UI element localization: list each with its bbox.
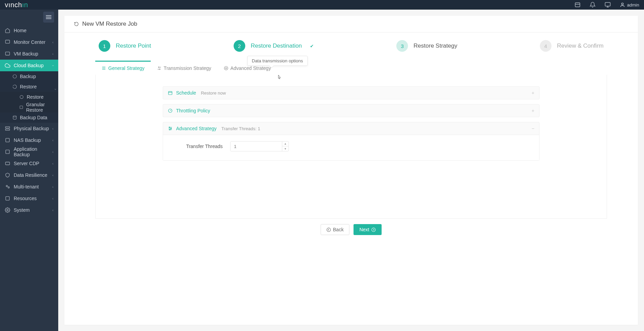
spinner-up-button[interactable]: ▲	[282, 142, 288, 146]
step-restore-destination[interactable]: 2 Restore Destination ✔	[234, 40, 314, 52]
tab-advanced-strategy[interactable]: Advanced Strategy	[218, 62, 277, 74]
chevron-left-icon: ‹	[52, 40, 53, 44]
sidebar-item-application-backup[interactable]: Application Backup ‹	[0, 146, 58, 158]
tasks-icon[interactable]	[574, 2, 581, 8]
sidebar-item-multi-tenant[interactable]: Multi-tenant ‹	[0, 181, 58, 193]
accordion-title: Schedule	[176, 90, 196, 96]
step-number: 4	[540, 40, 552, 52]
bell-icon[interactable]	[590, 2, 596, 8]
granular-icon	[19, 105, 23, 110]
sidebar-item-label: Backup Data	[20, 115, 47, 120]
sidebar-subitem-backup-data[interactable]: Backup Data	[0, 112, 58, 123]
strategy-tabs: General Strategy Transmission Strategy A…	[95, 62, 607, 75]
data-icon	[12, 115, 17, 120]
chevron-left-icon: ‹	[52, 138, 53, 142]
sidebar-item-home[interactable]: Home	[0, 25, 58, 36]
svg-rect-13	[20, 106, 23, 109]
svg-point-27	[225, 68, 227, 69]
sidebar-item-monitor-center[interactable]: Monitor Center ‹	[0, 36, 58, 48]
gear-small-icon	[224, 66, 228, 71]
sidebar-item-label: Backup	[20, 74, 36, 79]
user-menu[interactable]: admin	[620, 2, 639, 8]
accordion-title: Advanced Strategy	[176, 126, 216, 131]
brand-text-2: ın	[22, 1, 28, 9]
svg-rect-18	[6, 150, 10, 154]
sidebar-item-label: Application Backup	[14, 146, 52, 157]
sidebar-subitem-granular-restore[interactable]: Granular Restore	[0, 102, 58, 112]
svg-point-21	[8, 187, 9, 188]
sidebar-item-label: Cloud Backup	[14, 63, 44, 68]
sliders-icon	[168, 126, 173, 131]
sidebar-item-nas-backup[interactable]: NAS Backup ‹	[0, 134, 58, 146]
refresh-icon	[74, 22, 79, 26]
strategy-panel: Schedule Restore now + Throttling Policy…	[95, 75, 607, 219]
step-restore-point[interactable]: 1 Restore Point	[99, 40, 151, 52]
svg-point-11	[13, 75, 17, 78]
sidebar-item-vm-backup[interactable]: VM Backup ‹	[0, 48, 58, 60]
monitor-icon[interactable]	[605, 2, 611, 8]
tab-transmission-strategy[interactable]: Transmission Strategy	[151, 62, 218, 74]
sidebar-toggle[interactable]	[43, 12, 54, 23]
sidebar-item-label: System	[14, 207, 30, 213]
chevron-left-icon: ‹	[52, 185, 53, 189]
transfer-threads-input[interactable]	[231, 142, 282, 151]
gauge-icon	[168, 108, 173, 113]
sidebar-subitem-restore[interactable]: Restore ‹	[0, 82, 58, 92]
back-button-label: Back	[333, 227, 344, 232]
hamburger-icon	[46, 15, 51, 19]
sidebar-item-label: Restore	[27, 94, 44, 100]
chevron-left-icon: ‹	[52, 52, 53, 56]
step-label: Restore Point	[116, 42, 151, 49]
next-button[interactable]: Next	[354, 224, 382, 235]
user-name: admin	[627, 2, 639, 8]
sidebar-subitem-backup[interactable]: Backup	[0, 71, 58, 82]
accordion-header-throttling[interactable]: Throttling Policy +	[163, 105, 539, 117]
cdp-icon	[5, 161, 10, 166]
chevron-left-icon: ‹	[52, 208, 53, 212]
chevron-left-icon: ‹	[52, 197, 53, 200]
sidebar-item-resources[interactable]: Resources ‹	[0, 193, 58, 204]
sidebar-item-physical-backup[interactable]: Physical Backup ‹	[0, 123, 58, 134]
sidebar-item-data-resilience[interactable]: Data Resilience ‹	[0, 169, 58, 181]
nas-icon	[5, 137, 10, 143]
tab-general-strategy[interactable]: General Strategy	[95, 62, 151, 74]
svg-point-39	[372, 228, 375, 232]
chevron-down-icon: ‹	[53, 84, 57, 89]
monitor-center-icon	[5, 39, 10, 45]
calendar-icon	[168, 90, 173, 95]
back-button[interactable]: Back	[321, 224, 349, 235]
sidebar-item-cloud-backup[interactable]: Cloud Backup ‹	[0, 60, 58, 71]
svg-point-5	[621, 3, 623, 5]
svg-point-14	[13, 116, 16, 117]
svg-point-38	[327, 228, 331, 232]
sidebar-item-label: Server CDP	[14, 161, 39, 166]
step-restore-strategy[interactable]: 3 Restore Strategy	[396, 40, 457, 52]
plus-icon: +	[532, 108, 534, 113]
restore-icon	[12, 84, 17, 89]
wizard-stepper: 1 Restore Point 2 Restore Destination ✔ …	[95, 40, 607, 59]
accordion-header-schedule[interactable]: Schedule Restore now +	[163, 87, 539, 99]
user-icon	[620, 2, 625, 8]
home-icon	[5, 28, 10, 33]
list-icon	[101, 66, 106, 71]
sidebar-item-label: Physical Backup	[14, 126, 49, 131]
svg-rect-17	[6, 138, 10, 142]
sidebar-item-server-cdp[interactable]: Server CDP ‹	[0, 158, 58, 169]
svg-rect-19	[5, 162, 10, 165]
sidebar-subitem-restore-inner[interactable]: Restore	[0, 92, 58, 102]
svg-rect-29	[169, 91, 172, 95]
step-review-confirm[interactable]: 4 Review & Confirm	[540, 40, 604, 52]
arrow-left-icon	[326, 228, 331, 232]
svg-rect-22	[6, 197, 10, 200]
tab-label: General Strategy	[108, 65, 145, 71]
restore-sub-icon	[19, 95, 24, 99]
sidebar-item-label: NAS Backup	[14, 137, 41, 143]
sidebar-item-label: Data Resilience	[14, 172, 47, 178]
app-icon	[5, 149, 10, 155]
sidebar-item-system[interactable]: System ‹	[0, 204, 58, 216]
svg-rect-16	[5, 129, 10, 130]
sidebar-item-label: VM Backup	[14, 51, 38, 57]
sidebar-item-label: Multi-tenant	[14, 184, 39, 189]
accordion-header-advanced[interactable]: Advanced Strategy Transfer Threads: 1 −	[163, 122, 539, 135]
spinner-down-button[interactable]: ▼	[282, 146, 288, 151]
